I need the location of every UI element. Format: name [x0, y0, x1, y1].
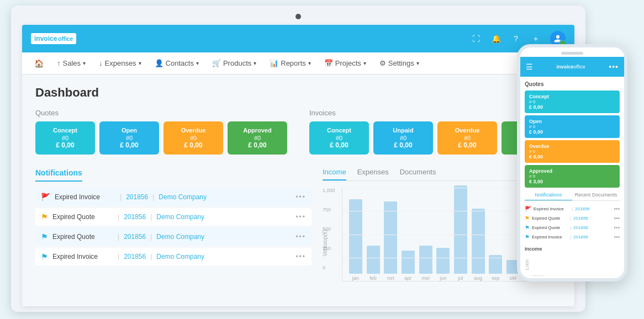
phone-approved-card[interactable]: Approved # 0 € 3,00 — [525, 165, 620, 188]
y-label-500: 500 — [323, 226, 335, 232]
settings-icon: ⚙ — [379, 59, 386, 67]
add-icon[interactable]: + — [530, 33, 541, 44]
phone-notif-4: ⚑ Expired Invoice | 201856 ••• — [525, 232, 620, 242]
monitor-frame: invoice office ⛶ 🔔 ? + 🏠 ↑ Sales ▾ — [11, 6, 585, 312]
help-icon[interactable]: ? — [510, 33, 521, 44]
phone-overdue-amt: € 0,00 — [529, 154, 615, 160]
top-navbar: invoice office ⛶ 🔔 ? + — [22, 25, 574, 52]
notif-type-4: Expired Invoice — [52, 253, 113, 260]
sales-label: Sales — [63, 59, 81, 67]
phone-overdue-card[interactable]: Overdue # 0 € 0,00 — [525, 140, 620, 163]
invoices-concept-amount: £ 0,00 — [316, 141, 362, 149]
invoices-concept-number: #0 — [316, 135, 362, 141]
notif-num-3: 201856 — [124, 233, 146, 241]
phone-flag-blue-1: ⚑ — [525, 225, 530, 231]
phone-overdue-num: # 0 — [529, 149, 615, 154]
notif-type-2: Expired Quote — [52, 213, 113, 221]
quotes-overdue-number: #0 — [170, 135, 217, 141]
phone-notif-dots-2[interactable]: ••• — [614, 215, 620, 221]
menu-bar: 🏠 ↑ Sales ▾ ↓ Expenses ▾ 👤 Contacts ▾ 🛒 … — [22, 52, 574, 75]
phone-logo: invoiceoffice — [556, 64, 585, 70]
invoices-concept-card[interactable]: Concept #0 £ 0,00 — [309, 121, 369, 155]
logo-office-text: office — [58, 36, 73, 42]
expenses-menu-item[interactable]: ↓ Expenses ▾ — [93, 56, 147, 71]
phone-recent-tab[interactable]: Recent Documents — [572, 190, 620, 200]
home-menu-item[interactable]: 🏠 — [29, 56, 49, 71]
notifications-panel: Notifications 🚩 Expired Invoice | 201856… — [35, 168, 312, 298]
phone-menu-dots[interactable]: ••• — [609, 62, 619, 71]
quotes-approved-card[interactable]: Approved #0 £ 0,00 — [228, 121, 287, 155]
notif-dots-1[interactable]: ••• — [295, 193, 306, 201]
phone-notif-2: ⚑ Expired Quote | 201856 ••• — [525, 214, 620, 223]
notification-icon[interactable]: 🔔 — [490, 33, 502, 44]
settings-chevron: ▾ — [416, 60, 419, 66]
phone-quotes-label: Quotes — [525, 81, 620, 87]
tab-documents[interactable]: Documents — [400, 168, 436, 180]
invoices-overdue-amount: £ 0,00 — [444, 141, 490, 149]
products-menu-item[interactable]: 🛒 Products ▾ — [207, 56, 262, 71]
quotes-approved-amount: £ 0,00 — [234, 141, 281, 149]
phone-notif-tab[interactable]: Notifications — [525, 190, 572, 200]
notif-company-1: Demo Company — [159, 193, 207, 201]
phone-tabs: Notifications Recent Documents — [525, 190, 620, 201]
notif-dots-3[interactable]: ••• — [295, 233, 306, 241]
phone-notif-dots-4[interactable]: ••• — [614, 234, 620, 240]
phone-notif-num-2: 201856 — [573, 216, 588, 221]
notif-company-2: Demo Company — [156, 213, 204, 221]
settings-menu-item[interactable]: ⚙ Settings ▾ — [374, 56, 425, 71]
phone-camera — [561, 52, 583, 55]
quotes-open-amount: £ 0,00 — [106, 141, 152, 149]
phone-overdue-label: Overdue — [529, 143, 615, 149]
products-icon: 🛒 — [212, 59, 221, 67]
quotes-open-card[interactable]: Open #0 £ 0,00 — [99, 121, 159, 155]
app-container: invoice office ⛶ 🔔 ? + 🏠 ↑ Sales ▾ — [22, 25, 574, 306]
tab-income[interactable]: Income — [323, 168, 346, 180]
quotes-open-label: Open — [106, 127, 152, 134]
projects-menu-item[interactable]: 📅 Projects ▾ — [319, 56, 372, 71]
phone-notif-dots-3[interactable]: ••• — [614, 225, 620, 231]
notifications-tab[interactable]: Notifications — [35, 168, 82, 182]
invoices-overdue-card[interactable]: Overdue #0 £ 0,00 — [437, 121, 497, 155]
y-label-750: 750 — [323, 207, 335, 212]
notification-item-1: 🚩 Expired Invoice | 201856 | Demo Compan… — [35, 188, 312, 206]
products-label: Products — [223, 59, 251, 67]
reports-menu-item[interactable]: 📊 Reports ▾ — [264, 56, 316, 71]
quotes-concept-card[interactable]: Concept #0 £ 0,00 — [35, 121, 95, 155]
phone-concept-card[interactable]: Concept # 0 £ 0,00 — [525, 91, 620, 113]
contacts-label: Contacts — [166, 59, 194, 67]
quotes-concept-amount: £ 0,00 — [42, 141, 88, 149]
phone-notif-dots-1[interactable]: ••• — [614, 206, 620, 212]
notif-num-4: 201856 — [124, 253, 146, 260]
settings-label: Settings — [388, 59, 414, 67]
flag-blue-icon-1: ⚑ — [41, 232, 48, 241]
logo-invoice-text: invoice — [34, 35, 57, 42]
phone-flag-blue-2: ⚑ — [525, 234, 530, 240]
phone-open-card[interactable]: Open # 0 £ 0,00 — [525, 115, 620, 138]
tab-expenses[interactable]: Expenses — [357, 168, 389, 180]
invoices-overdue-number: #0 — [444, 135, 490, 141]
phone-notif-type-4: Expired Invoice — [532, 235, 568, 240]
quotes-overdue-card[interactable]: Overdue #0 £ 0,00 — [163, 121, 223, 155]
notification-item-2: ⚑ Expired Quote | 201856 | Demo Company … — [35, 208, 312, 226]
products-chevron: ▾ — [254, 60, 256, 66]
notif-dots-2[interactable]: ••• — [295, 213, 306, 221]
quotes-open-number: #0 — [106, 135, 152, 141]
phone-concept-label: Concept — [529, 94, 615, 99]
app-logo: invoice office — [31, 33, 76, 44]
phone-notif-1: 🚩 Expired Invoice | 201856 ••• — [525, 204, 620, 214]
phone-chart-label: Income — [525, 246, 620, 252]
sales-menu-item[interactable]: ↑ Sales ▾ — [51, 56, 91, 71]
bottom-section: Notifications 🚩 Expired Invoice | 201856… — [35, 168, 561, 298]
fullscreen-icon[interactable]: ⛶ — [471, 33, 482, 44]
main-content: Dashboard Quotes Concept #0 £ 0,00 Open — [22, 75, 574, 306]
phone-hamburger-icon[interactable]: ☰ — [526, 62, 533, 71]
sales-chevron: ▾ — [83, 60, 86, 66]
contacts-menu-item[interactable]: 👤 Contacts ▾ — [149, 56, 204, 71]
notif-dots-4[interactable]: ••• — [295, 253, 306, 260]
reports-chevron: ▾ — [308, 60, 311, 66]
phone-open-label: Open — [529, 119, 615, 124]
invoices-unpaid-card[interactable]: Unpaid #0 £ 0,00 — [373, 121, 433, 155]
flag-blue-icon-2: ⚑ — [41, 252, 48, 261]
phone-top-bar: ☰ invoiceoffice ••• — [520, 57, 624, 77]
phone-notif-type-2: Expired Quote — [532, 216, 568, 221]
